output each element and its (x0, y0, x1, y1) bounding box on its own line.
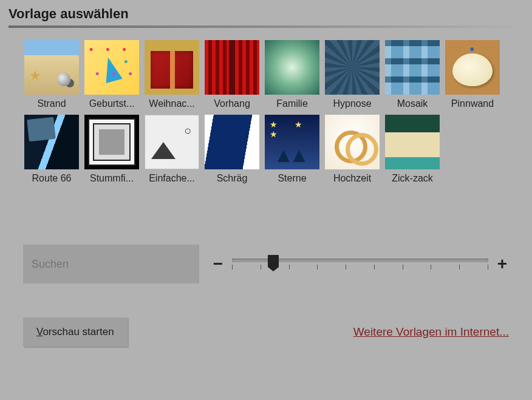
template-item-stummfilm[interactable]: Stummfi... (84, 115, 139, 184)
preview-button[interactable]: Vorschau starten (23, 317, 128, 347)
slider-tick (346, 265, 346, 269)
preview-button-accel: V (36, 326, 43, 337)
slider-tick (488, 265, 488, 269)
search-input[interactable] (23, 245, 199, 283)
template-thumb-familie (265, 40, 319, 95)
template-thumb-hypnose (325, 40, 380, 95)
slider-tick (374, 265, 375, 269)
zoom-in-button[interactable]: + (496, 254, 509, 274)
page-title: Vorlage auswählen (9, 6, 523, 22)
template-thumb-zickzack (385, 115, 440, 169)
template-label: Geburtst... (84, 98, 139, 109)
template-thumb-schraeg (205, 115, 259, 169)
template-label: Sterne (265, 173, 319, 184)
template-label: Einfache... (145, 173, 199, 184)
template-thumb-sterne (265, 115, 319, 169)
template-item-vorhang[interactable]: Vorhang (205, 40, 259, 109)
slider-tick (261, 265, 261, 269)
template-item-einfache[interactable]: Einfache... (145, 115, 199, 184)
template-item-hochzeit[interactable]: Hochzeit (325, 115, 380, 184)
more-templates-link[interactable]: Weitere Vorlagen im Internet... (353, 325, 509, 339)
slider-tick (289, 265, 290, 269)
template-label: Pinnwand (445, 98, 500, 109)
slider-tick (403, 265, 403, 269)
template-label: Schräg (205, 173, 259, 184)
template-label: Hypnose (325, 98, 380, 109)
template-label: Mosaik (385, 98, 440, 109)
template-item-sterne[interactable]: Sterne (265, 115, 319, 184)
template-item-geburtstag[interactable]: Geburtst... (84, 40, 139, 109)
template-label: Weihnac... (145, 98, 199, 109)
template-label: Familie (265, 98, 319, 109)
zoom-slider-thumb[interactable] (268, 255, 279, 267)
template-label: Vorhang (205, 98, 259, 109)
zoom-out-button[interactable]: − (211, 254, 225, 274)
template-label: Strand (24, 98, 79, 109)
template-thumb-einfache (145, 115, 199, 169)
title-divider (9, 25, 523, 28)
template-grid: StrandGeburtst...Weihnac...VorhangFamili… (9, 40, 523, 184)
template-item-pinnwand[interactable]: Pinnwand (445, 40, 500, 109)
template-label: Hochzeit (325, 173, 380, 184)
preview-button-rest: orschau starten (43, 326, 114, 337)
template-item-familie[interactable]: Familie (265, 40, 319, 109)
template-thumb-route66 (24, 115, 79, 169)
slider-tick (317, 265, 318, 269)
template-item-strand[interactable]: Strand (24, 40, 79, 109)
slider-tick (431, 265, 431, 269)
slider-tick (232, 265, 233, 269)
template-label: Stummfi... (84, 173, 139, 184)
template-item-zickzack[interactable]: Zick-zack (385, 115, 440, 184)
template-item-hypnose[interactable]: Hypnose (325, 40, 380, 109)
template-label: Route 66 (24, 173, 79, 184)
template-thumb-strand (24, 40, 79, 95)
template-item-mosaik[interactable]: Mosaik (385, 40, 440, 109)
template-thumb-mosaik (385, 40, 440, 95)
template-thumb-weihnachten (145, 40, 199, 95)
template-thumb-vorhang (205, 40, 259, 95)
template-item-schraeg[interactable]: Schräg (205, 115, 259, 184)
template-item-route66[interactable]: Route 66 (24, 115, 79, 184)
zoom-slider[interactable] (232, 255, 488, 273)
template-label: Zick-zack (385, 173, 440, 184)
template-thumb-hochzeit (325, 115, 380, 169)
template-thumb-stummfilm (84, 115, 139, 169)
slider-tick (459, 265, 460, 269)
template-item-weihnachten[interactable]: Weihnac... (145, 40, 199, 109)
template-thumb-pinnwand (445, 40, 500, 95)
template-thumb-geburtstag (84, 40, 139, 95)
